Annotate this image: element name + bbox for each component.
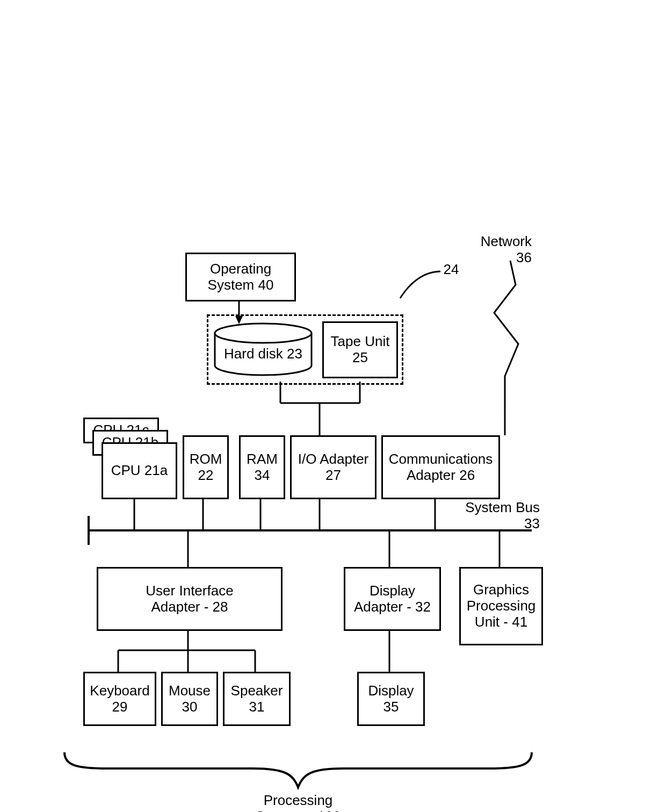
io-line1: I/O Adapter — [298, 451, 369, 468]
gpu-line2: Processing — [467, 598, 536, 614]
cpu-21a-box: CPU 21a — [102, 442, 177, 499]
speaker-line2: 31 — [249, 699, 265, 715]
keyboard-line2: 29 — [112, 699, 128, 715]
mouse-box: Mouse 30 — [161, 672, 218, 726]
comm-adapter-box: Communications Adapter 26 — [381, 435, 500, 499]
display-line1: Display — [368, 683, 414, 699]
gpu-box: Graphics Processing Unit - 41 — [459, 567, 543, 645]
mouse-line1: Mouse — [169, 683, 211, 699]
rom-line1: ROM — [190, 451, 222, 468]
os-line1: Operating — [210, 261, 271, 277]
cpu-21a-label: CPU 21a — [111, 463, 168, 479]
ui-adapter-box: User Interface Adapter - 28 — [97, 567, 283, 631]
display-box: Display 35 — [357, 672, 425, 726]
tape-unit-line1: Tape Unit — [331, 334, 390, 350]
tape-unit-box: Tape Unit 25 — [322, 321, 398, 378]
tape-unit-line2: 25 — [352, 350, 368, 366]
ram-line2: 34 — [255, 468, 270, 484]
io-line2: 27 — [325, 468, 341, 484]
operating-system-box: Operating System 40 — [185, 253, 296, 301]
io-adapter-box: I/O Adapter 27 — [290, 435, 377, 499]
dispadp-line2: Adapter - 32 — [354, 599, 431, 615]
display-adapter-box: Display Adapter - 32 — [344, 567, 441, 631]
hard-disk-label: Hard disk 23 — [224, 346, 302, 362]
ram-line1: RAM — [247, 451, 278, 468]
gpu-line1: Graphics — [473, 582, 529, 598]
keyboard-box: Keyboard 29 — [83, 672, 156, 726]
dispadp-line1: Display — [370, 583, 415, 599]
ram-box: RAM 34 — [239, 435, 285, 499]
diagram-stage: Operating System 40 Hard disk 23 Tape Un… — [0, 0, 666, 812]
gpu-line3: Unit - 41 — [475, 614, 527, 630]
rom-box: ROM 22 — [183, 435, 229, 499]
hard-disk: Hard disk 23 — [215, 343, 312, 364]
network-label: Network 36 — [467, 234, 532, 266]
rom-line2: 22 — [198, 468, 214, 484]
system-bus-label: System Bus 33 — [459, 500, 540, 532]
keyboard-line1: Keyboard — [90, 683, 149, 699]
system-caption: Processing System – 100 — [236, 793, 360, 812]
comm-line1: Communications — [389, 451, 493, 468]
speaker-line1: Speaker — [231, 683, 283, 699]
uia-line1: User Interface — [146, 583, 233, 599]
uia-line2: Adapter - 28 — [151, 599, 228, 615]
speaker-box: Speaker 31 — [223, 672, 291, 726]
comm-line2: Adapter 26 — [407, 468, 475, 484]
mouse-line2: 30 — [182, 699, 198, 715]
ref-24: 24 — [440, 262, 462, 278]
display-line2: 35 — [383, 699, 399, 715]
os-line2: System 40 — [208, 277, 274, 293]
